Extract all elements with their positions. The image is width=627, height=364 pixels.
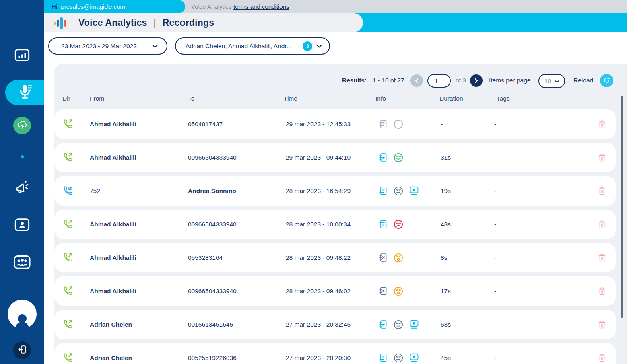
column-dir: Dir: [62, 95, 70, 102]
sentiment-sad-icon: [393, 219, 404, 230]
table-row[interactable]: Ahmad Alkhalili0096650433394029 mar 2023…: [54, 143, 616, 172]
to-value: 0015613451645: [188, 310, 233, 339]
voice-analytics-logo-icon: [54, 16, 67, 30]
time-value: 28 mar 2023 - 10:00:34: [286, 210, 351, 239]
from-value: Ahmad Alkhalili: [90, 243, 136, 272]
screen-recording-icon[interactable]: [409, 186, 419, 196]
sidebar-item-groups[interactable]: [0, 256, 44, 270]
transcript-failed-icon[interactable]: [379, 253, 388, 263]
call-outgoing-icon: [62, 343, 73, 364]
to-value: 00966504333940: [188, 276, 237, 306]
time-value: 29 mar 2023 - 09:44:10: [286, 143, 351, 172]
table-row[interactable]: Ahmad Alkhalili0096650433394028 mar 2023…: [54, 210, 616, 239]
contact-card-icon: [14, 218, 30, 233]
chevron-down-icon: [152, 43, 158, 50]
time-value: 28 mar 2023 - 09:46:02: [286, 276, 351, 306]
info-icons: [379, 343, 419, 364]
items-per-page-dropdown[interactable]: 10: [538, 74, 565, 88]
megaphone-icon: [14, 179, 31, 198]
column-tags: Tags: [497, 95, 510, 102]
delete-recording-button[interactable]: [598, 186, 606, 196]
table-row[interactable]: Adrian Chelen001561345164527 mar 2023 - …: [54, 310, 616, 339]
filter-bar: 23 Mar 2023 - 29 Mar 2023 Adrian Chelen,…: [44, 32, 627, 64]
terms-line: Voice Analytics terms and conditions: [191, 0, 289, 13]
table-row[interactable]: Ahmad Alkhalili050481743729 mar 2023 - 1…: [54, 109, 616, 139]
page-name: Recordings: [163, 17, 214, 28]
sentiment-surprised-icon: [393, 253, 404, 263]
delete-recording-button[interactable]: [598, 320, 606, 329]
date-range-dropdown[interactable]: 23 Mar 2023 - 29 Mar 2023: [48, 37, 167, 55]
sidebar-item-recordings-active[interactable]: [5, 80, 44, 105]
product-name: Voice Analytics: [78, 17, 147, 28]
sidebar-item-analytics[interactable]: [0, 48, 44, 64]
delete-recording-button[interactable]: [598, 353, 606, 363]
tags-value: -: [494, 109, 496, 139]
delete-recording-button[interactable]: [598, 286, 606, 296]
trash-icon: [598, 191, 606, 197]
duration-value: 17s: [441, 276, 451, 306]
to-value: 00966504333940: [188, 210, 237, 239]
table-row[interactable]: 752Andrea Sonnino28 mar 2023 - 16:54:291…: [54, 176, 616, 206]
delete-recording-button[interactable]: [598, 253, 606, 263]
next-page-button[interactable]: [470, 74, 483, 87]
chevron-down-icon: [316, 43, 322, 50]
notification-dot: [21, 155, 24, 158]
logout-icon: [17, 344, 27, 356]
sidebar-item-logout[interactable]: [13, 341, 31, 359]
trash-icon: [598, 291, 606, 297]
transcript-available-icon[interactable]: [379, 319, 388, 329]
duration-value: 53s: [441, 310, 451, 339]
sentiment-happy-icon: [393, 152, 404, 163]
tags-value: -: [494, 210, 496, 239]
transcript-available-icon[interactable]: [379, 186, 388, 196]
from-value: Ahmad Alkhalili: [90, 210, 136, 239]
time-value: 28 mar 2023 - 09:48:22: [286, 243, 351, 272]
recordings-content: Results: 1 - 10 of 27 of 3 Items per pag…: [44, 64, 627, 364]
reload-button[interactable]: [600, 74, 613, 87]
delete-recording-button[interactable]: [598, 153, 606, 162]
delete-recording-button[interactable]: [598, 119, 606, 129]
sidebar-item-contacts[interactable]: [0, 218, 44, 233]
tags-value: -: [494, 243, 496, 272]
transcript-available-icon[interactable]: [379, 152, 388, 162]
header-pill: Voice Analytics | Recordings: [44, 13, 363, 32]
table-row[interactable]: Ahmad Alkhalili055328316428 mar 2023 - 0…: [54, 243, 616, 272]
screen-recording-icon[interactable]: [409, 353, 419, 363]
reload-label: Reload: [573, 77, 593, 84]
from-value: Adrian Chelen: [90, 310, 132, 339]
previous-page-button[interactable]: [410, 74, 423, 87]
transcript-available-icon[interactable]: [379, 353, 388, 363]
sidebar-item-upload[interactable]: [13, 117, 31, 134]
chevron-down-icon: [555, 78, 559, 85]
column-duration: Duration: [439, 95, 463, 102]
cloud-upload-icon: [16, 119, 28, 132]
time-value: 27 mar 2023 - 20:32:45: [286, 310, 351, 339]
vertical-scrollbar[interactable]: [621, 96, 623, 318]
sentiment-surprised-icon: [393, 286, 404, 296]
transcript-failed-icon[interactable]: [379, 286, 388, 296]
transcript-available-icon[interactable]: [379, 119, 388, 129]
call-incoming-icon: [62, 176, 73, 206]
users-filter-dropdown[interactable]: Adrian Chelen, Ahmad Alkhalili, Andr... …: [175, 37, 330, 55]
from-value: Ahmad Alkhalili: [90, 143, 136, 172]
tags-value: -: [494, 310, 496, 339]
tags-value: -: [494, 343, 496, 364]
terms-and-conditions-link[interactable]: terms and conditions: [233, 3, 289, 10]
table-row[interactable]: Adrian Chelen0052551922603627 mar 2023 -…: [54, 343, 616, 364]
transcript-available-icon[interactable]: [379, 219, 388, 229]
duration-value: 19s: [441, 176, 451, 206]
refresh-icon: [603, 76, 610, 85]
sentiment-none-icon: [393, 119, 404, 130]
screen-recording-icon[interactable]: [409, 319, 419, 329]
time-value: 29 mar 2023 - 12:45:33: [286, 109, 351, 139]
page-count-label: of 3: [456, 77, 466, 84]
user-email: presales@imagicle.com: [61, 3, 125, 10]
tags-value: -: [494, 276, 496, 306]
duration-value: 31s: [441, 143, 451, 172]
table-row[interactable]: Ahmad Alkhalili0096650433394028 mar 2023…: [54, 276, 616, 306]
page-number-input[interactable]: [427, 74, 451, 88]
sidebar-item-announcements[interactable]: [0, 180, 44, 197]
user-avatar[interactable]: [8, 300, 37, 329]
delete-recording-button[interactable]: [598, 220, 606, 229]
call-outgoing-icon: [62, 210, 73, 239]
